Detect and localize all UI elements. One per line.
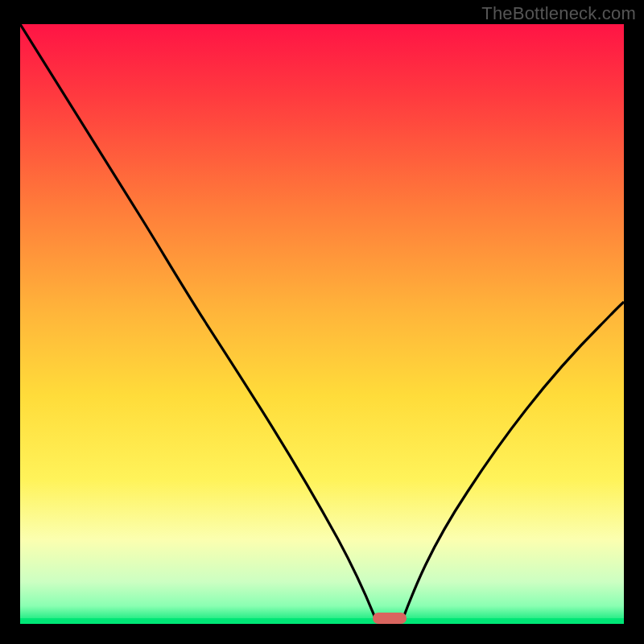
- watermark-text: TheBottleneck.com: [481, 3, 636, 24]
- plot-area: [20, 24, 624, 624]
- green-band: [20, 618, 624, 624]
- gradient-background: [20, 24, 624, 624]
- optimal-zone-marker: [373, 613, 407, 624]
- chart-frame: TheBottleneck.com: [0, 0, 644, 644]
- chart-svg: [20, 24, 624, 624]
